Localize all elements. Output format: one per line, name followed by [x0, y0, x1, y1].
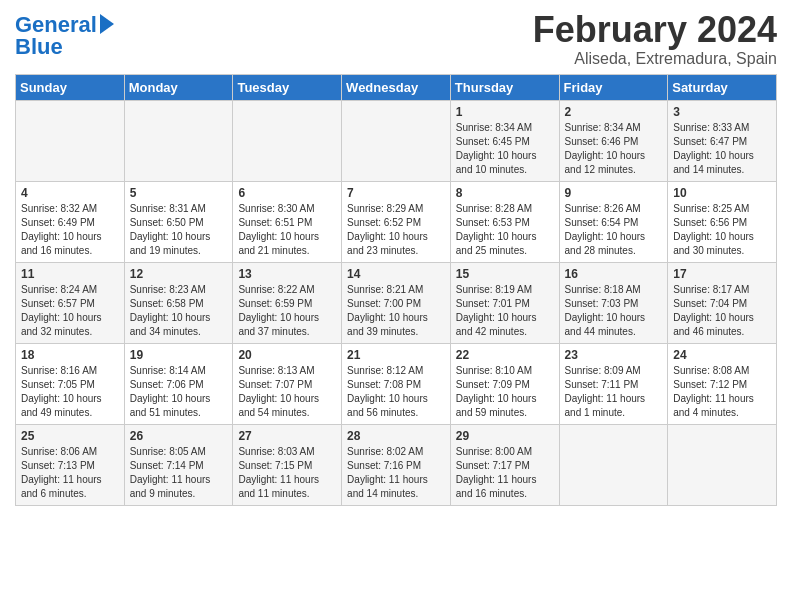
day-info: Sunrise: 8:24 AM Sunset: 6:57 PM Dayligh… — [21, 283, 119, 339]
day-number: 27 — [238, 429, 336, 443]
day-cell: 9Sunrise: 8:26 AM Sunset: 6:54 PM Daylig… — [559, 181, 668, 262]
day-info: Sunrise: 8:31 AM Sunset: 6:50 PM Dayligh… — [130, 202, 228, 258]
day-cell: 12Sunrise: 8:23 AM Sunset: 6:58 PM Dayli… — [124, 262, 233, 343]
day-info: Sunrise: 8:02 AM Sunset: 7:16 PM Dayligh… — [347, 445, 445, 501]
day-number: 28 — [347, 429, 445, 443]
day-info: Sunrise: 8:29 AM Sunset: 6:52 PM Dayligh… — [347, 202, 445, 258]
day-cell: 26Sunrise: 8:05 AM Sunset: 7:14 PM Dayli… — [124, 424, 233, 505]
day-number: 3 — [673, 105, 771, 119]
day-cell: 29Sunrise: 8:00 AM Sunset: 7:17 PM Dayli… — [450, 424, 559, 505]
day-info: Sunrise: 8:19 AM Sunset: 7:01 PM Dayligh… — [456, 283, 554, 339]
day-cell: 15Sunrise: 8:19 AM Sunset: 7:01 PM Dayli… — [450, 262, 559, 343]
day-info: Sunrise: 8:21 AM Sunset: 7:00 PM Dayligh… — [347, 283, 445, 339]
day-info: Sunrise: 8:14 AM Sunset: 7:06 PM Dayligh… — [130, 364, 228, 420]
day-number: 12 — [130, 267, 228, 281]
day-cell: 22Sunrise: 8:10 AM Sunset: 7:09 PM Dayli… — [450, 343, 559, 424]
day-number: 13 — [238, 267, 336, 281]
day-cell: 16Sunrise: 8:18 AM Sunset: 7:03 PM Dayli… — [559, 262, 668, 343]
day-cell: 3Sunrise: 8:33 AM Sunset: 6:47 PM Daylig… — [668, 100, 777, 181]
day-info: Sunrise: 8:32 AM Sunset: 6:49 PM Dayligh… — [21, 202, 119, 258]
calendar-subtitle: Aliseda, Extremadura, Spain — [533, 50, 777, 68]
day-info: Sunrise: 8:08 AM Sunset: 7:12 PM Dayligh… — [673, 364, 771, 420]
day-cell: 20Sunrise: 8:13 AM Sunset: 7:07 PM Dayli… — [233, 343, 342, 424]
col-sunday: Sunday — [16, 74, 125, 100]
day-info: Sunrise: 8:23 AM Sunset: 6:58 PM Dayligh… — [130, 283, 228, 339]
day-cell: 28Sunrise: 8:02 AM Sunset: 7:16 PM Dayli… — [342, 424, 451, 505]
calendar-table: Sunday Monday Tuesday Wednesday Thursday… — [15, 74, 777, 506]
day-info: Sunrise: 8:26 AM Sunset: 6:54 PM Dayligh… — [565, 202, 663, 258]
col-saturday: Saturday — [668, 74, 777, 100]
week-row-3: 18Sunrise: 8:16 AM Sunset: 7:05 PM Dayli… — [16, 343, 777, 424]
day-cell: 8Sunrise: 8:28 AM Sunset: 6:53 PM Daylig… — [450, 181, 559, 262]
day-number: 2 — [565, 105, 663, 119]
day-info: Sunrise: 8:30 AM Sunset: 6:51 PM Dayligh… — [238, 202, 336, 258]
day-cell: 11Sunrise: 8:24 AM Sunset: 6:57 PM Dayli… — [16, 262, 125, 343]
col-tuesday: Tuesday — [233, 74, 342, 100]
day-info: Sunrise: 8:10 AM Sunset: 7:09 PM Dayligh… — [456, 364, 554, 420]
day-number: 10 — [673, 186, 771, 200]
day-number: 9 — [565, 186, 663, 200]
day-number: 25 — [21, 429, 119, 443]
day-number: 16 — [565, 267, 663, 281]
col-thursday: Thursday — [450, 74, 559, 100]
logo-blue-text: Blue — [15, 36, 114, 58]
day-number: 24 — [673, 348, 771, 362]
day-number: 18 — [21, 348, 119, 362]
day-cell: 21Sunrise: 8:12 AM Sunset: 7:08 PM Dayli… — [342, 343, 451, 424]
day-number: 5 — [130, 186, 228, 200]
day-cell: 7Sunrise: 8:29 AM Sunset: 6:52 PM Daylig… — [342, 181, 451, 262]
day-info: Sunrise: 8:28 AM Sunset: 6:53 PM Dayligh… — [456, 202, 554, 258]
week-row-1: 4Sunrise: 8:32 AM Sunset: 6:49 PM Daylig… — [16, 181, 777, 262]
day-info: Sunrise: 8:05 AM Sunset: 7:14 PM Dayligh… — [130, 445, 228, 501]
day-info: Sunrise: 8:22 AM Sunset: 6:59 PM Dayligh… — [238, 283, 336, 339]
day-info: Sunrise: 8:18 AM Sunset: 7:03 PM Dayligh… — [565, 283, 663, 339]
title-block: February 2024 Aliseda, Extremadura, Spai… — [533, 10, 777, 68]
day-cell: 14Sunrise: 8:21 AM Sunset: 7:00 PM Dayli… — [342, 262, 451, 343]
day-number: 14 — [347, 267, 445, 281]
week-row-0: 1Sunrise: 8:34 AM Sunset: 6:45 PM Daylig… — [16, 100, 777, 181]
day-cell — [668, 424, 777, 505]
col-friday: Friday — [559, 74, 668, 100]
day-info: Sunrise: 8:12 AM Sunset: 7:08 PM Dayligh… — [347, 364, 445, 420]
logo: General Blue — [15, 14, 114, 58]
day-info: Sunrise: 8:09 AM Sunset: 7:11 PM Dayligh… — [565, 364, 663, 420]
day-cell: 17Sunrise: 8:17 AM Sunset: 7:04 PM Dayli… — [668, 262, 777, 343]
day-cell: 5Sunrise: 8:31 AM Sunset: 6:50 PM Daylig… — [124, 181, 233, 262]
day-number: 8 — [456, 186, 554, 200]
day-number: 19 — [130, 348, 228, 362]
day-cell: 18Sunrise: 8:16 AM Sunset: 7:05 PM Dayli… — [16, 343, 125, 424]
day-info: Sunrise: 8:33 AM Sunset: 6:47 PM Dayligh… — [673, 121, 771, 177]
day-number: 20 — [238, 348, 336, 362]
day-number: 23 — [565, 348, 663, 362]
day-cell: 27Sunrise: 8:03 AM Sunset: 7:15 PM Dayli… — [233, 424, 342, 505]
day-cell: 19Sunrise: 8:14 AM Sunset: 7:06 PM Dayli… — [124, 343, 233, 424]
day-number: 11 — [21, 267, 119, 281]
day-number: 7 — [347, 186, 445, 200]
day-cell: 25Sunrise: 8:06 AM Sunset: 7:13 PM Dayli… — [16, 424, 125, 505]
day-cell: 24Sunrise: 8:08 AM Sunset: 7:12 PM Dayli… — [668, 343, 777, 424]
day-info: Sunrise: 8:25 AM Sunset: 6:56 PM Dayligh… — [673, 202, 771, 258]
day-cell: 1Sunrise: 8:34 AM Sunset: 6:45 PM Daylig… — [450, 100, 559, 181]
day-number: 17 — [673, 267, 771, 281]
day-info: Sunrise: 8:13 AM Sunset: 7:07 PM Dayligh… — [238, 364, 336, 420]
day-info: Sunrise: 8:16 AM Sunset: 7:05 PM Dayligh… — [21, 364, 119, 420]
logo-arrow-icon — [100, 14, 114, 34]
day-info: Sunrise: 8:34 AM Sunset: 6:45 PM Dayligh… — [456, 121, 554, 177]
day-cell: 10Sunrise: 8:25 AM Sunset: 6:56 PM Dayli… — [668, 181, 777, 262]
calendar-header: Sunday Monday Tuesday Wednesday Thursday… — [16, 74, 777, 100]
page: General Blue February 2024 Aliseda, Extr… — [0, 0, 792, 516]
col-monday: Monday — [124, 74, 233, 100]
day-cell — [342, 100, 451, 181]
day-cell — [233, 100, 342, 181]
day-number: 29 — [456, 429, 554, 443]
day-number: 6 — [238, 186, 336, 200]
day-number: 21 — [347, 348, 445, 362]
day-number: 26 — [130, 429, 228, 443]
day-cell: 2Sunrise: 8:34 AM Sunset: 6:46 PM Daylig… — [559, 100, 668, 181]
day-cell — [559, 424, 668, 505]
week-row-4: 25Sunrise: 8:06 AM Sunset: 7:13 PM Dayli… — [16, 424, 777, 505]
week-row-2: 11Sunrise: 8:24 AM Sunset: 6:57 PM Dayli… — [16, 262, 777, 343]
day-cell — [16, 100, 125, 181]
day-info: Sunrise: 8:17 AM Sunset: 7:04 PM Dayligh… — [673, 283, 771, 339]
day-cell: 6Sunrise: 8:30 AM Sunset: 6:51 PM Daylig… — [233, 181, 342, 262]
